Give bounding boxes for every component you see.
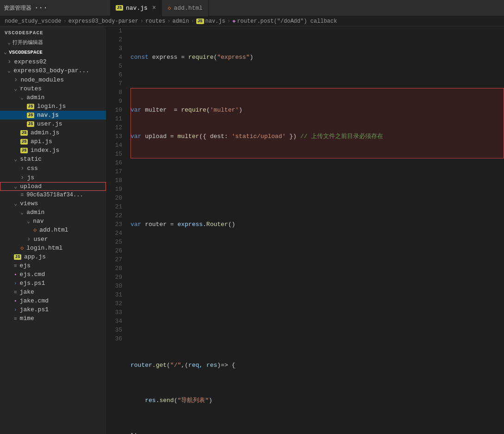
chevron-down-icon	[20, 209, 24, 216]
highlight-block-2-3: var multer = require('multer') var uploa…	[131, 88, 504, 158]
js-file-icon: JS	[14, 254, 21, 260]
sidebar-item-express02[interactable]: express02	[0, 57, 106, 66]
js-file-icon: JS	[20, 139, 28, 145]
js-file-icon: JS	[20, 148, 28, 153]
sidebar-item-views-admin-nav[interactable]: nav	[0, 217, 106, 226]
html-file-icon: ◇	[20, 245, 24, 252]
code-line-8	[131, 326, 504, 334]
sidebar-item-admin[interactable]: admin	[0, 93, 106, 102]
chevron-down-icon	[27, 218, 30, 225]
tab-nav-js[interactable]: JS nav.js ×	[110, 0, 162, 16]
hash-file-icon: ≡	[20, 192, 24, 198]
html-icon: ◇	[168, 5, 171, 12]
sidebar-item-ejs-ps1[interactable]: › ejs.ps1	[0, 279, 106, 288]
sidebar-item-add-html[interactable]: ◇ add.html	[0, 226, 106, 234]
sidebar-item-nav-js[interactable]: JS nav.js	[0, 111, 106, 120]
chevron-down-icon	[4, 49, 7, 56]
html-file-icon: ◇	[33, 226, 37, 233]
sidebar-item-views-admin[interactable]: admin	[0, 208, 106, 217]
sidebar-item-views[interactable]: views	[0, 199, 106, 208]
code-line-5: var router = express.Router()	[131, 220, 504, 229]
breadcrumb: node_study_vscode › express03_body-parse…	[0, 16, 504, 26]
sidebar-item-mime[interactable]: ≡ mime	[0, 314, 106, 323]
code-line-7	[131, 290, 504, 299]
chevron-right-icon	[20, 174, 24, 181]
chevron-right-icon	[27, 235, 31, 243]
sidebar-item-jake[interactable]: ≡ jake	[0, 288, 106, 296]
sidebar-item-express03[interactable]: express03_body-par...	[0, 66, 106, 75]
code-line-11: })	[131, 431, 504, 434]
code-line-4	[131, 185, 504, 194]
tab-label-add-html: add.html	[174, 5, 202, 12]
chevron-down-icon	[7, 67, 11, 74]
chevron-right-icon	[20, 164, 24, 172]
mime-file-icon: ≡	[14, 316, 17, 321]
chevron-down-icon	[20, 94, 24, 101]
sidebar-item-user-js[interactable]: JS user.js	[0, 120, 106, 128]
chevron-right-icon	[14, 76, 18, 83]
code-line-6	[131, 255, 504, 264]
chevron-down-icon	[14, 156, 17, 163]
code-line-3: var upload = multer({ dest: 'static/uplo…	[131, 132, 504, 141]
tab-close-nav-js[interactable]: ×	[152, 4, 156, 12]
sidebar-item-js-folder[interactable]: js	[0, 173, 106, 182]
sidebar-item-routes[interactable]: routes	[0, 84, 106, 93]
open-editors-section[interactable]: 打开的编辑器	[0, 38, 106, 47]
chevron-down-icon	[14, 200, 17, 207]
main-layout: VSCODESPACE 打开的编辑器 VSCODESPACE express02…	[0, 26, 504, 434]
sidebar-item-user-folder[interactable]: user	[0, 234, 106, 244]
sidebar-item-hash-file[interactable]: ≡ 90c6a35718af34...	[0, 191, 106, 199]
ps1-file-icon: ›	[14, 307, 17, 313]
cmd-file-icon: ▪	[14, 272, 17, 277]
js-file-icon: JS	[27, 104, 34, 109]
sidebar-item-index-js[interactable]: JS index.js	[0, 146, 106, 155]
sidebar-item-jake-cmd[interactable]: ▪ jake.cmd	[0, 296, 106, 305]
sidebar-item-ejs-cmd[interactable]: ▪ ejs.cmd	[0, 270, 106, 279]
code-content: const express = require("express") var m…	[126, 26, 504, 434]
sidebar: VSCODESPACE 打开的编辑器 VSCODESPACE express02…	[0, 26, 106, 434]
code-line-2: var multer = require('multer')	[131, 106, 504, 114]
chevron-down-icon	[14, 183, 17, 190]
explorer-label: 资源管理器	[4, 4, 31, 12]
tab-bar: JS nav.js × ◇ add.html	[110, 0, 500, 16]
line-numbers: 12345 678910 1112131415 1617181920 21222…	[106, 26, 126, 434]
chevron-down-icon	[14, 85, 17, 92]
code-area: 12345 678910 1112131415 1617181920 21222…	[106, 26, 504, 434]
explorer-header: 资源管理器 ···	[4, 4, 110, 12]
sidebar-title: VSCODESPACE	[0, 26, 106, 38]
sidebar-item-login-html[interactable]: ◇ login.html	[0, 244, 106, 252]
root-label: VSCODESPACE	[9, 50, 43, 55]
sidebar-item-upload[interactable]: upload	[0, 182, 106, 191]
js-file-icon: JS	[27, 121, 34, 127]
sidebar-item-ejs[interactable]: ≡ ejs	[0, 261, 106, 270]
tab-label-nav-js: nav.js	[126, 5, 148, 12]
code-line-9: router.get("/",(req, res)=> {	[131, 361, 504, 370]
sidebar-item-api-js[interactable]: JS api.js	[0, 137, 106, 146]
sidebar-item-css[interactable]: css	[0, 164, 106, 173]
sidebar-item-node-modules[interactable]: node_modules	[0, 75, 106, 84]
sidebar-item-login-js[interactable]: JS login.js	[0, 102, 106, 111]
more-icon[interactable]: ···	[34, 4, 48, 12]
vscodespace-root[interactable]: VSCODESPACE	[0, 47, 106, 57]
ps1-file-icon: ›	[14, 281, 17, 286]
tab-add-html[interactable]: ◇ add.html	[162, 0, 209, 16]
open-editors-label: 打开的编辑器	[12, 39, 43, 46]
code-line-10: res.send("导航列表")	[131, 396, 504, 405]
js-icon: JS	[116, 5, 123, 11]
editor: 12345 678910 1112131415 1617181920 21222…	[106, 26, 504, 434]
sidebar-item-static[interactable]: static	[0, 155, 106, 164]
chevron-down-icon	[7, 39, 11, 46]
js-file-icon: JS	[20, 130, 28, 136]
cmd-file-icon: ▪	[14, 298, 17, 304]
sidebar-item-app-js[interactable]: JS app.js	[0, 252, 106, 261]
sidebar-item-admin-js[interactable]: JS admin.js	[0, 128, 106, 137]
chevron-right-icon	[7, 58, 11, 65]
ejs-file-icon: ≡	[14, 263, 17, 269]
code-line-1: const express = require("express")	[131, 53, 504, 62]
top-bar: 资源管理器 ··· JS nav.js × ◇ add.html	[0, 0, 504, 16]
jake-file-icon: ≡	[14, 289, 17, 295]
sidebar-item-jake-ps1[interactable]: › jake.ps1	[0, 305, 106, 314]
js-file-icon: JS	[27, 113, 34, 118]
